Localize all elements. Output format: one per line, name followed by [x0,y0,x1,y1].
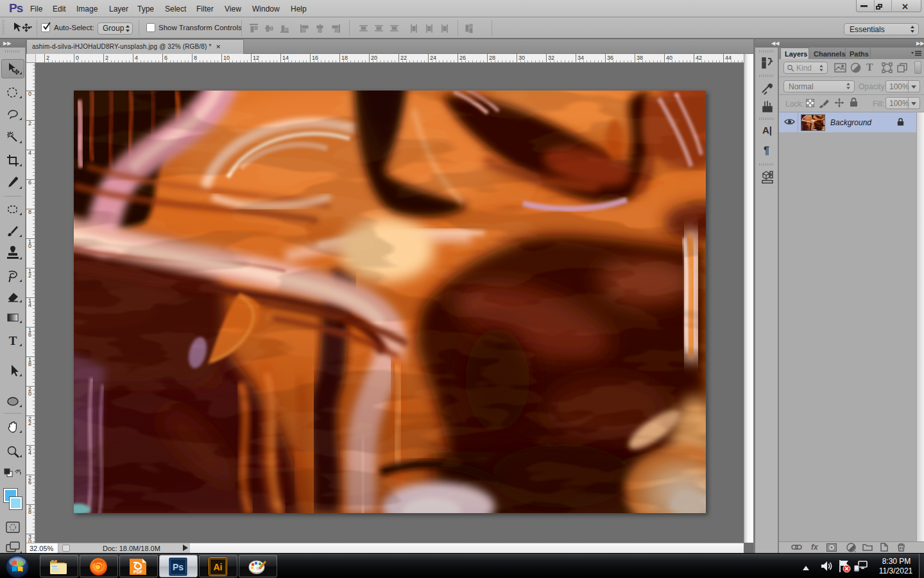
svg-text:Ps: Ps [173,562,184,572]
svg-text:T: T [9,334,17,347]
svg-text:Ai: Ai [214,562,223,572]
svg-text:PDF: PDF [133,570,143,574]
